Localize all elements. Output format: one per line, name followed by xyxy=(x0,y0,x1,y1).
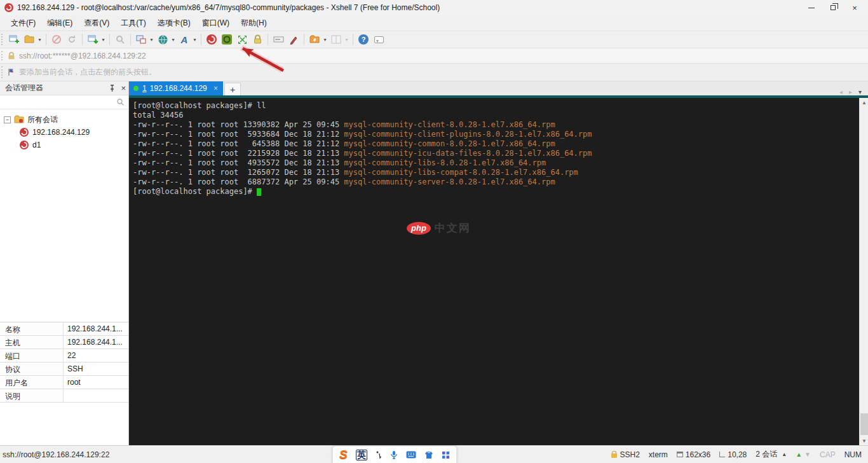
caps-lock-indicator: CAP xyxy=(820,450,836,459)
terminal-line: [root@localhost packages]# ll xyxy=(133,101,859,111)
ime-microphone-icon[interactable] xyxy=(390,450,398,460)
terminal-prompt-line: [root@localhost packages]# xyxy=(133,187,859,197)
highlight-pen-icon[interactable] xyxy=(287,32,301,46)
xftp-icon[interactable] xyxy=(220,32,234,46)
status-session-count[interactable]: 2 会话▲ xyxy=(756,449,787,460)
tree-node-label[interactable]: 192.168.244.129 xyxy=(32,128,90,137)
terminal-scrollbar[interactable]: ▲ ▼ xyxy=(859,98,868,445)
sessions-folder-icon xyxy=(14,114,24,125)
session-url[interactable]: ssh://root:******@192.168.244.129:22 xyxy=(19,52,146,60)
pin-icon[interactable] xyxy=(109,85,116,92)
ime-language-mode[interactable]: 英 xyxy=(356,450,367,460)
tab-index: 1 xyxy=(142,84,147,93)
encoding-globe-icon[interactable] xyxy=(156,32,170,46)
tree-node-label[interactable]: d1 xyxy=(32,141,41,149)
tab-layout-icon[interactable] xyxy=(134,32,148,46)
status-screen-size: 162x36 xyxy=(677,450,710,459)
scroll-down-icon[interactable]: ▼ xyxy=(860,436,868,445)
xshell-icon[interactable] xyxy=(205,32,219,46)
quick-commands-icon[interactable] xyxy=(308,32,322,46)
menu-edit[interactable]: 编辑(E) xyxy=(41,16,78,31)
session-manager-panel: 会话管理器 × − 所有会话 192.168.24 xyxy=(0,81,129,445)
tree-node-session[interactable]: 192.168.244.129 xyxy=(4,126,128,139)
status-cursor-position: 10,28 xyxy=(719,450,747,459)
fullscreen-icon[interactable] xyxy=(235,32,249,46)
menu-bar: 文件(F) 编辑(E) 查看(V) 工具(T) 选项卡(B) 窗口(W) 帮助(… xyxy=(0,15,868,31)
session-count-dropdown-icon[interactable]: ▲ xyxy=(782,452,787,457)
terminal-line: -rw-r--r--. 1 root root 6887372 Apr 25 0… xyxy=(133,177,859,187)
menu-window[interactable]: 窗口(W) xyxy=(196,16,235,31)
menu-tools[interactable]: 工具(T) xyxy=(115,16,151,31)
new-tab-button[interactable]: + xyxy=(224,83,241,95)
new-session-icon[interactable] xyxy=(7,32,21,46)
notice-flag-icon xyxy=(8,68,15,76)
ime-skin-icon[interactable] xyxy=(424,451,433,459)
session-properties-table: 名称 192.168.244.1... 主机 192.168.244.1... … xyxy=(0,322,128,403)
tab-scroll-right-icon: ▸ xyxy=(849,88,852,95)
ime-toolbar[interactable]: S 英 xyxy=(332,446,457,463)
terminal-screen[interactable]: [root@localhost packages]# ll total 3445… xyxy=(129,98,859,445)
scrollbar-thumb[interactable] xyxy=(860,413,868,435)
php-logo: php xyxy=(407,222,431,235)
property-row-host: 主机 192.168.244.1... xyxy=(0,336,128,349)
split-window-dropdown-icon: ▾ xyxy=(344,37,349,43)
panel-close-icon[interactable]: × xyxy=(121,83,126,93)
duplicate-session-icon[interactable] xyxy=(86,32,100,46)
xshell-app-icon xyxy=(4,3,14,13)
menu-file[interactable]: 文件(F) xyxy=(5,16,41,31)
tab-close-icon[interactable]: × xyxy=(214,84,218,93)
font-dropdown-icon[interactable]: ▾ xyxy=(192,37,198,43)
terminal-line: -rw-r--r--. 1 root root 2215928 Dec 18 2… xyxy=(133,149,859,158)
ime-toolbox-icon[interactable] xyxy=(442,451,450,459)
minimize-button[interactable] xyxy=(801,1,822,15)
watermark-text: 中文网 xyxy=(435,221,471,235)
duplicate-session-dropdown-icon[interactable]: ▾ xyxy=(100,37,106,43)
open-session-dropdown-icon[interactable]: ▾ xyxy=(37,37,43,43)
ime-pen-icon[interactable] xyxy=(376,450,382,459)
encoding-dropdown-icon[interactable]: ▾ xyxy=(170,37,176,43)
tab-active-session[interactable]: 1 192.168.244.129 × xyxy=(129,81,223,95)
font-icon[interactable]: A xyxy=(177,32,191,46)
menu-tab[interactable]: 选项卡(B) xyxy=(152,16,196,31)
toolbar: ▾ ▾ ▾ ▾ A ▾ ▾ ▾ ? xyxy=(0,31,868,48)
collapse-icon[interactable]: − xyxy=(4,116,11,123)
scroll-up-icon[interactable]: ▲ xyxy=(860,98,868,107)
menu-help[interactable]: 帮助(H) xyxy=(235,16,273,31)
tab-list-dropdown-icon[interactable]: ▾ xyxy=(858,88,862,95)
terminal-pane: 1 192.168.244.129 × + ◂ ▸ ▾ [root@localh… xyxy=(129,81,868,445)
menu-view[interactable]: 查看(V) xyxy=(78,16,115,31)
restore-button[interactable] xyxy=(822,1,844,15)
feedback-bubble-icon[interactable] xyxy=(372,32,386,46)
tree-node-session[interactable]: d1 xyxy=(4,139,128,151)
property-row-description: 说明 xyxy=(0,389,128,403)
tab-layout-dropdown-icon[interactable]: ▾ xyxy=(149,37,154,43)
terminal-line: -rw-r--r--. 1 root root 645388 Dec 18 21… xyxy=(133,139,859,149)
transfer-download-icon: ▼ xyxy=(804,451,811,458)
tab-label: 192.168.244.129 xyxy=(150,84,211,93)
open-session-icon[interactable] xyxy=(22,32,36,46)
status-terminal-type[interactable]: xterm xyxy=(649,450,668,459)
compose-bar-icon[interactable] xyxy=(271,32,285,46)
disconnect-icon xyxy=(50,32,64,46)
php-cn-watermark: php 中文网 xyxy=(407,221,471,235)
close-button[interactable]: × xyxy=(844,1,865,15)
lock-icon[interactable] xyxy=(250,32,264,46)
transfer-upload-icon[interactable]: ▲ xyxy=(796,451,802,458)
sogou-logo-icon[interactable]: S xyxy=(339,448,348,462)
notice-message: 要添加当前会话，点击左侧的箭头按钮。 xyxy=(19,67,156,78)
tab-bar: 1 192.168.244.129 × + ◂ ▸ ▾ xyxy=(129,81,868,95)
terminal-line: -rw-r--r--. 1 root root 1265072 Dec 18 2… xyxy=(133,168,859,177)
status-encryption: SSH2 xyxy=(611,450,639,459)
tree-node-all-sessions[interactable]: − 所有会话 xyxy=(4,113,128,126)
tree-node-label[interactable]: 所有会话 xyxy=(27,114,58,125)
terminal-cursor xyxy=(257,188,261,196)
session-search-input[interactable] xyxy=(4,98,116,107)
status-connection-url: ssh://root@192.168.244.129:22 xyxy=(3,450,109,459)
connected-status-icon xyxy=(133,86,139,91)
quick-commands-dropdown-icon[interactable]: ▾ xyxy=(322,37,328,43)
help-icon[interactable]: ? xyxy=(356,32,370,46)
window-title: 192.168.244.129 - root@localhost:/var/ca… xyxy=(17,3,440,12)
ime-keyboard-icon[interactable] xyxy=(406,451,416,459)
property-row-name: 名称 192.168.244.1... xyxy=(0,322,128,336)
search-icon[interactable] xyxy=(116,98,125,106)
